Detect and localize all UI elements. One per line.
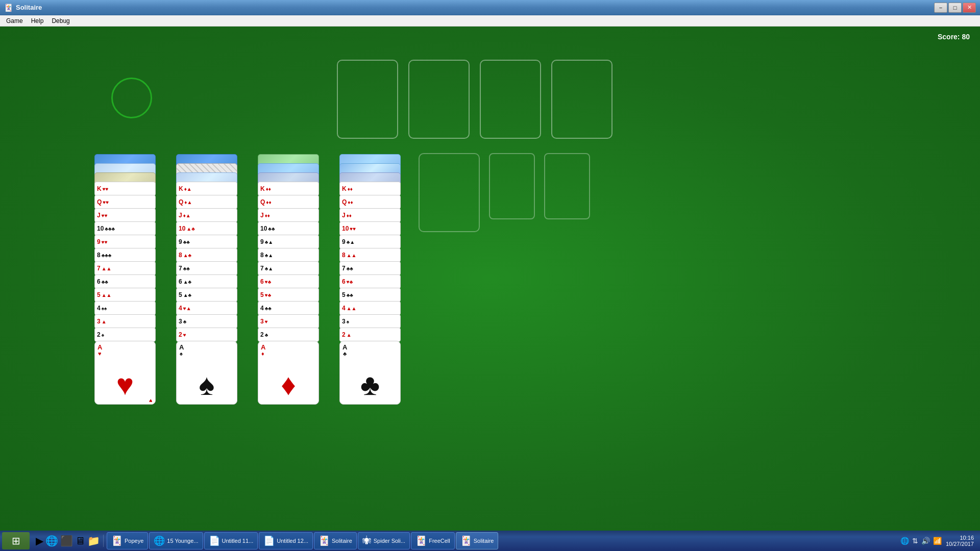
taskbar-right: 🌐 ⇅ 🔊 📶 10:16 10/27/2017	[900, 535, 978, 547]
card-2-9[interactable]: 9 ♣♣	[176, 235, 237, 249]
card-1-5[interactable]: 5 ▲▲	[94, 288, 156, 302]
card-2-6[interactable]: 6 ▲♣	[176, 274, 237, 289]
quicklaunch-term[interactable]: ⬛	[60, 535, 73, 547]
card-3-A[interactable]: A ♦ ♦	[258, 341, 319, 405]
taskbar-untitled12[interactable]: 📄 Untitled 12...	[259, 532, 313, 549]
card-3-8[interactable]: 8 ♣▲	[258, 248, 319, 262]
card-4-Q[interactable]: Q ♦♦	[339, 195, 401, 209]
card-4-8[interactable]: 8 ▲▲	[339, 248, 401, 262]
title-bar-controls: − □ ✕	[934, 3, 976, 13]
card-4-10[interactable]: 10 ♥♥	[339, 221, 401, 236]
card-1-9[interactable]: 9 ♥♥	[94, 235, 156, 249]
foundation-slot-1[interactable]	[337, 60, 398, 139]
card-4-9[interactable]: 9 ♣▲	[339, 235, 401, 249]
card-1-4[interactable]: 4 ♠♠	[94, 301, 156, 315]
quick-launch: ▶ 🌐 ⬛ 🖥 📁	[33, 535, 104, 547]
card-3-J[interactable]: J ♦♦	[258, 208, 319, 222]
card-1-8[interactable]: 8 ♣♣♣	[94, 248, 156, 262]
card-2-5[interactable]: 5 ▲♣	[176, 288, 237, 302]
signal-icon: 📶	[933, 537, 942, 545]
taskbar-solitaire2[interactable]: 🃏 Solitaire	[456, 532, 499, 549]
card-1-J[interactable]: J ♥♥	[94, 208, 156, 222]
card-3-9[interactable]: 9 ♣▲	[258, 235, 319, 249]
spider-icon: 🕷	[362, 536, 372, 546]
extra-slot-1[interactable]	[419, 153, 480, 232]
card-1-6[interactable]: 6 ♣♣	[94, 274, 156, 289]
card-1-Q[interactable]: Q ♥♥	[94, 195, 156, 209]
popeye-icon: 🃏	[111, 535, 122, 546]
extra-slot-2[interactable]	[489, 153, 535, 219]
card-3-5[interactable]: 5 ♥♣	[258, 288, 319, 302]
taskbar-ie[interactable]: 🌐 15 Younge...	[149, 532, 203, 549]
card-2-A[interactable]: A ♠ ♠	[176, 341, 237, 405]
card-3-10[interactable]: 10 ♣♣	[258, 221, 319, 236]
ie-icon: 🌐	[154, 535, 165, 546]
card-4-7[interactable]: 7 ♣♣	[339, 261, 401, 276]
taskbar-spider[interactable]: 🕷 Spider Soli...	[358, 532, 410, 549]
foundation-slot-4[interactable]	[551, 60, 612, 139]
quicklaunch-pc[interactable]: 🖥	[75, 535, 85, 547]
taskbar-untitled11[interactable]: 📄 Untitled 11...	[204, 532, 258, 549]
card-2-K[interactable]: K ♦▲	[176, 182, 237, 196]
clock-time: 10:16	[946, 535, 974, 541]
card-3-4[interactable]: 4 ♣♣	[258, 301, 319, 315]
quicklaunch-folder[interactable]: 📁	[87, 535, 100, 547]
card-3-K[interactable]: K ♦♦	[258, 182, 319, 196]
minimize-button[interactable]: −	[934, 3, 947, 13]
clock: 10:16 10/27/2017	[946, 535, 974, 547]
card-2-J[interactable]: J ♦▲	[176, 208, 237, 222]
freecell-icon: 🃏	[415, 535, 427, 546]
close-button[interactable]: ✕	[963, 3, 976, 13]
sol1-icon: 🃏	[318, 535, 330, 546]
card-4-K[interactable]: K ♦♦	[339, 182, 401, 196]
menu-help[interactable]: Help	[27, 16, 48, 26]
card-2-Q[interactable]: Q ♦▲	[176, 195, 237, 209]
quicklaunch-media[interactable]: ▶	[36, 535, 43, 547]
taskbar-freecell[interactable]: 🃏 FreeCell	[411, 532, 455, 549]
stock-pile[interactable]	[111, 78, 152, 118]
card-1-3[interactable]: 3 ▲	[94, 314, 156, 329]
foundation-slot-3[interactable]	[480, 60, 541, 139]
card-2-3[interactable]: 3 ♣	[176, 314, 237, 329]
card-2-10[interactable]: 10 ▲♣	[176, 221, 237, 236]
card-1-A[interactable]: A ♥ ♥ ♥	[94, 341, 156, 405]
card-3-Q[interactable]: Q ♦♦	[258, 195, 319, 209]
card-3-2[interactable]: 2 ♣	[258, 328, 319, 342]
card-4-5[interactable]: 5 ♣♣	[339, 288, 401, 302]
card-3-3[interactable]: 3 ♥	[258, 314, 319, 329]
card-1-2[interactable]: 2 ♠	[94, 328, 156, 342]
foundation-slots	[337, 60, 612, 139]
clock-date: 10/27/2017	[946, 541, 974, 547]
card-4-A[interactable]: A ♣ ♣	[339, 341, 401, 405]
menu-debug[interactable]: Debug	[47, 16, 74, 26]
start-button[interactable]: ⊞	[2, 532, 30, 549]
card-2-7[interactable]: 7 ♣♣	[176, 261, 237, 276]
untitled11-label: Untitled 11...	[222, 538, 254, 544]
card-3-6[interactable]: 6 ♥♣	[258, 274, 319, 289]
extra-slots	[419, 153, 590, 232]
card-3-7[interactable]: 7 ♣▲	[258, 261, 319, 276]
card-2-2[interactable]: 2 ♥	[176, 328, 237, 342]
taskbar-popeye[interactable]: 🃏 Popeye	[107, 532, 148, 549]
untitled11-icon: 📄	[209, 535, 220, 546]
sol2-icon: 🃏	[460, 535, 472, 546]
title-bar: 🃏 Solitaire − □ ✕	[0, 0, 980, 15]
card-1-7[interactable]: 7 ▲▲	[94, 261, 156, 276]
card-4-3[interactable]: 3 ♠	[339, 314, 401, 329]
card-1-K[interactable]: K ♥♥	[94, 182, 156, 196]
card-1-10[interactable]: 10 ♣♣♣	[94, 221, 156, 236]
quicklaunch-globe[interactable]: 🌐	[45, 535, 58, 547]
score-display: Score: 80	[938, 33, 970, 41]
extra-slot-3[interactable]	[544, 153, 590, 219]
ie-label: 15 Younge...	[167, 538, 198, 544]
card-4-2[interactable]: 2 ▲	[339, 328, 401, 342]
card-2-8[interactable]: 8 ▲♣	[176, 248, 237, 262]
maximize-button[interactable]: □	[948, 3, 962, 13]
foundation-slot-2[interactable]	[408, 60, 470, 139]
card-4-6[interactable]: 6 ♥♣	[339, 274, 401, 289]
taskbar-solitaire1[interactable]: 🃏 Solitaire	[314, 532, 357, 549]
card-4-4[interactable]: 4 ▲▲	[339, 301, 401, 315]
card-4-J[interactable]: J ♦♦	[339, 208, 401, 222]
menu-game[interactable]: Game	[2, 16, 27, 26]
card-2-4[interactable]: 4 ♥▲	[176, 301, 237, 315]
